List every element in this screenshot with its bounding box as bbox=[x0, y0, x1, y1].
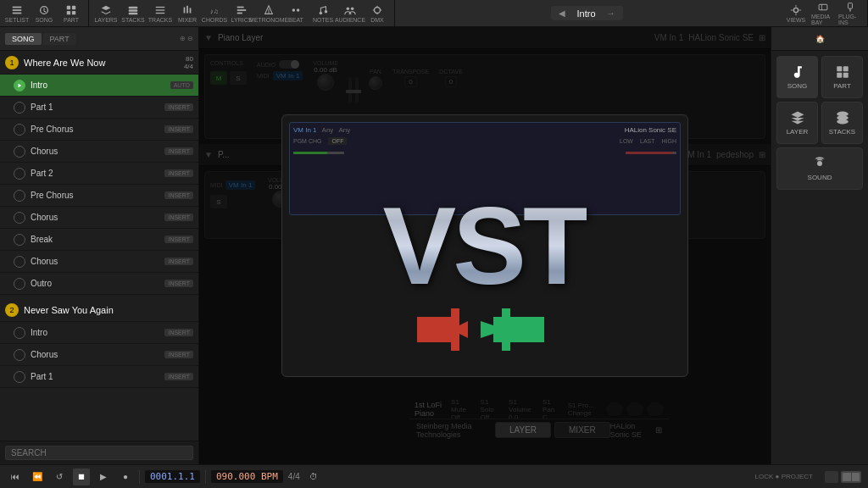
tracks-button[interactable]: TRACKS bbox=[148, 2, 172, 25]
song-toolbar-button[interactable]: SONG bbox=[32, 2, 56, 25]
part-item-prechorus2[interactable]: Pre Chorus INSERT bbox=[0, 185, 198, 207]
part-item-chorus-s2[interactable]: Chorus INSERT bbox=[0, 344, 198, 366]
setlist-button[interactable]: SETLIST bbox=[5, 2, 29, 25]
split-view-btn[interactable] bbox=[841, 471, 861, 483]
right-layer-btn[interactable]: LAYER bbox=[776, 102, 818, 144]
part-item-part1-s2[interactable]: Part 1 INSERT bbox=[0, 366, 198, 388]
part-item-part1[interactable]: Part 1 INSERT bbox=[0, 97, 198, 119]
svg-marker-46 bbox=[451, 342, 459, 351]
svg-marker-45 bbox=[451, 308, 459, 317]
svg-rect-14 bbox=[184, 7, 186, 13]
vst-overlay: VM In 1 Any Any HALion Sonic SE PGM CHG … bbox=[199, 27, 771, 464]
play-button[interactable]: ▶ bbox=[95, 469, 112, 485]
part-item-intro2[interactable]: Intro INSERT bbox=[0, 322, 198, 344]
part-name-break: Break bbox=[31, 235, 164, 244]
svg-point-26 bbox=[325, 10, 328, 14]
svg-rect-6 bbox=[67, 10, 70, 14]
sidebar-controls: ⊕ ⊖ bbox=[180, 35, 193, 42]
plugins-button[interactable]: PLUG-INS bbox=[838, 2, 862, 25]
sep-1 bbox=[139, 470, 140, 484]
song-item-1[interactable]: 1 Where Are We Now 80 4/4 bbox=[0, 51, 198, 75]
stop-button[interactable]: ⏹ bbox=[73, 469, 90, 485]
lock-toggle[interactable]: LOCK ● PROJECT bbox=[755, 473, 813, 480]
bottom-transport: ⏮ ⏪ ↺ ⏹ ▶ ● 0001.1.1 090.000 BPM 4/4 ⏱ L… bbox=[0, 464, 868, 488]
views-section: VIEWS MEDIA BAY PLUG-INS bbox=[779, 0, 868, 26]
mixer-button[interactable]: MIXER bbox=[175, 2, 199, 25]
svg-rect-9 bbox=[129, 9, 138, 12]
part-item-chorus3[interactable]: Chorus INSERT bbox=[0, 251, 198, 273]
part-dot-5 bbox=[14, 190, 25, 202]
search-input[interactable] bbox=[5, 446, 193, 460]
part-item-prechorus1[interactable]: Pre Chorus INSERT bbox=[0, 119, 198, 141]
chords-button[interactable]: ♪♫ CHORDS bbox=[203, 2, 226, 25]
svg-point-29 bbox=[375, 7, 381, 13]
svg-marker-49 bbox=[502, 342, 510, 351]
transport-bpm: 090.000 BPM bbox=[211, 470, 283, 483]
song-name-1: Where Are We Now bbox=[24, 58, 184, 68]
beat-button[interactable]: BEAT bbox=[284, 2, 308, 25]
right-song-btn[interactable]: SONG bbox=[776, 56, 818, 98]
sidebar-search bbox=[0, 441, 198, 464]
svg-rect-16 bbox=[190, 8, 192, 13]
part-name-chorus2: Chorus bbox=[31, 213, 164, 222]
part-dot-1 bbox=[14, 102, 25, 114]
metronome-button[interactable]: METRONOME bbox=[257, 2, 281, 25]
part-item-intro[interactable]: Intro AUTO bbox=[0, 75, 198, 97]
left-sidebar: SONG PART ⊕ ⊖ 1 Where Are We Now 80 4/4 … bbox=[0, 27, 199, 464]
time-sig-display: 4/4 bbox=[288, 472, 300, 481]
part-toolbar-button[interactable]: PART bbox=[59, 2, 83, 25]
part-item-chorus2[interactable]: Chorus INSERT bbox=[0, 207, 198, 229]
song-item-2[interactable]: 2 Never Saw You Again bbox=[0, 298, 198, 322]
part-name-prechorus1: Pre Chorus bbox=[31, 125, 164, 134]
svg-rect-7 bbox=[72, 10, 75, 14]
part-name-part2: Part 2 bbox=[31, 169, 164, 178]
part-playing-dot bbox=[14, 80, 25, 92]
part-name-intro: Intro bbox=[31, 80, 170, 90]
sidebar-header: SONG PART ⊕ ⊖ bbox=[0, 27, 198, 51]
record-button[interactable]: ● bbox=[117, 469, 134, 485]
nav-prev[interactable]: ◀ bbox=[556, 8, 568, 19]
right-header: 🏠 bbox=[771, 27, 868, 51]
loop-button[interactable]: ↺ bbox=[51, 469, 68, 485]
views-button[interactable]: VIEWS bbox=[784, 2, 808, 25]
rewind-button[interactable]: ⏮ bbox=[7, 469, 24, 485]
svg-point-23 bbox=[292, 8, 296, 12]
part-name-chorus1: Chorus bbox=[31, 147, 164, 156]
svg-rect-52 bbox=[837, 73, 842, 78]
vst-container: VM In 1 Any Any HALion Sonic SE PGM CHG … bbox=[281, 114, 688, 377]
svg-point-24 bbox=[297, 8, 300, 12]
back-button[interactable]: ⏪ bbox=[29, 469, 46, 485]
nav-next[interactable]: → bbox=[604, 8, 618, 19]
tab-song[interactable]: SONG bbox=[5, 33, 42, 45]
svg-rect-53 bbox=[843, 73, 848, 78]
svg-rect-39 bbox=[819, 4, 827, 10]
svg-rect-2 bbox=[13, 12, 22, 14]
notes-button[interactable]: NOTES bbox=[311, 2, 335, 25]
right-sound-btn[interactable]: SOUND bbox=[776, 147, 863, 190]
dmx-button[interactable]: DMX bbox=[365, 2, 389, 25]
part-item-part2[interactable]: Part 2 INSERT bbox=[0, 163, 198, 185]
stacks-button[interactable]: STACKS bbox=[121, 2, 145, 25]
part-item-chorus1[interactable]: Chorus INSERT bbox=[0, 141, 198, 163]
song-meta-1: 80 4/4 bbox=[184, 55, 193, 70]
svg-rect-8 bbox=[129, 6, 138, 8]
part-item-break[interactable]: Break INSERT bbox=[0, 229, 198, 251]
setlist-section: SETLIST SONG PART bbox=[0, 0, 89, 26]
media-bay-button[interactable]: MEDIA BAY bbox=[811, 2, 835, 25]
svg-rect-41 bbox=[849, 3, 853, 8]
sidebar-tabs: SONG PART bbox=[5, 33, 76, 45]
part-dot-7 bbox=[14, 234, 25, 246]
svg-rect-19 bbox=[237, 9, 247, 11]
svg-marker-47 bbox=[481, 317, 544, 342]
right-stacks-btn[interactable]: STACKS bbox=[821, 102, 863, 144]
audience-button[interactable]: AUDIENCE bbox=[338, 2, 362, 25]
single-view-btn[interactable] bbox=[825, 471, 838, 483]
layers-button[interactable]: LAYERS bbox=[94, 2, 118, 25]
part-item-outro[interactable]: Outro INSERT bbox=[0, 273, 198, 295]
svg-point-25 bbox=[320, 11, 323, 14]
tempo-icon[interactable]: ⏱ bbox=[305, 469, 322, 485]
svg-text:♪♫: ♪♫ bbox=[210, 7, 219, 14]
right-part-btn[interactable]: PART bbox=[821, 56, 863, 98]
tab-part[interactable]: PART bbox=[43, 33, 76, 45]
svg-marker-44 bbox=[417, 317, 468, 342]
